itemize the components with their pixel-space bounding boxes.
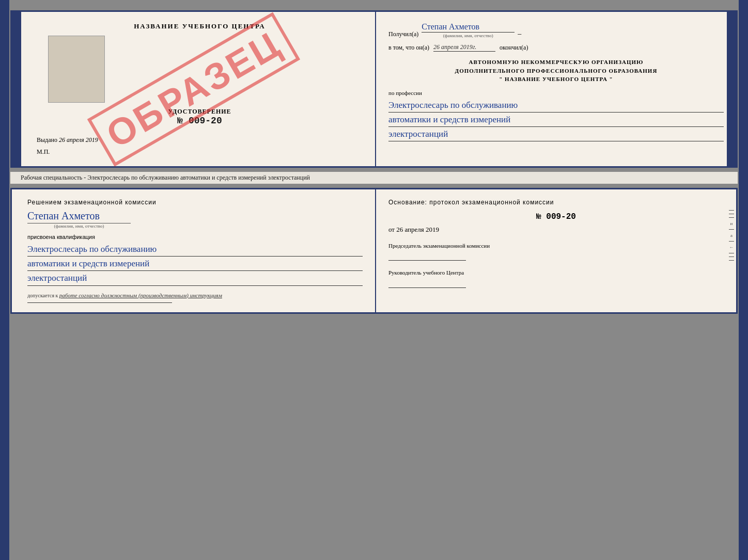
bdeco-dash8 — [729, 260, 734, 261]
received-name: Степан Ахметов — [422, 22, 515, 33]
received-line: Получил(а) Степан Ахметов (фамилия, имя,… — [388, 22, 724, 38]
vtom-line: в том, что он(а) 26 апреля 2019г. окончи… — [388, 43, 724, 52]
profession-line2: автоматики и средств измерений — [388, 113, 724, 127]
exam-name: Степан Ахметов — [27, 210, 363, 222]
proto-date-prefix: от — [388, 226, 395, 233]
bottom-doc-right: Основание: протокол экзаменационной коми… — [376, 189, 736, 312]
qual-line3: электростанций — [27, 271, 363, 285]
bdeco-dash6 — [729, 253, 734, 253]
cert-type-label: УДОСТОВЕРЕНИЕ — [37, 108, 363, 116]
bottom-document: Решением экзаменационной комиссии Степан… — [10, 188, 738, 314]
page-wrapper: НАЗВАНИЕ УЧЕБНОГО ЦЕНТРА УДОСТОВЕРЕНИЕ №… — [10, 10, 738, 314]
bdeco-dash4 — [729, 229, 734, 230]
bdeco-i: и — [730, 221, 733, 226]
bdeco-dash7 — [729, 257, 734, 257]
chairman-sig-line — [388, 260, 466, 261]
bdeco-dash2 — [729, 214, 734, 214]
qual-line1: Электрослесарь по обслуживанию — [27, 242, 363, 257]
присвоена-label: присвоена квалификация — [27, 234, 363, 240]
допускается-label: допускается к — [27, 293, 58, 298]
bdeco-a: а — [730, 233, 733, 238]
bdeco-arrow: ← — [729, 245, 734, 250]
vtom-content: в том, что он(а) 26 апреля 2019г. окончи… — [388, 43, 724, 52]
vtom-label: в том, что он(а) — [388, 44, 429, 52]
chairman-title: Председатель экзаменационной комиссии — [388, 242, 724, 250]
bottom-doc-left: Решением экзаменационной комиссии Степан… — [12, 189, 376, 312]
issued-label: Выдано — [37, 136, 57, 143]
bdeco-dash1 — [729, 210, 734, 211]
org-line2: ДОПОЛНИТЕЛЬНОГО ПРОФЕССИОНАЛЬНОГО ОБРАЗО… — [388, 67, 724, 75]
rukovoditel-sig-line — [388, 287, 466, 288]
received-label: Получил(а) — [388, 30, 418, 38]
rukovoditel-title: Руководитель учебного Центра — [388, 269, 724, 277]
profession-label: по профессии — [388, 90, 724, 96]
profession-line1: Электрослесарь по обслуживанию — [388, 98, 724, 113]
org-line3: " НАЗВАНИЕ УЧЕБНОГО ЦЕНТРА " — [388, 75, 724, 84]
org-line1: АВТОНОМНУЮ НЕКОММЕРЧЕСКУЮ ОРГАНИЗАЦИЮ — [388, 58, 724, 67]
issued-date: 26 апреля 2019 — [59, 136, 98, 143]
vtom-date: 26 апреля 2019г. — [433, 43, 495, 52]
допускается-block: допускается к работе согласно должностны… — [27, 292, 363, 298]
dash1: – — [518, 30, 521, 38]
org-block: АВТОНОМНУЮ НЕКОММЕРЧЕСКУЮ ОРГАНИЗАЦИЮ ДО… — [388, 58, 724, 84]
допускается-value: работе согласно должностным (производств… — [59, 292, 222, 298]
osnov-label: Основание: протокол экзаменационной коми… — [388, 199, 724, 206]
proto-number: № 009-20 — [388, 212, 724, 221]
rukovoditel-block: Руководитель учебного Центра — [388, 269, 724, 287]
sig-line-bottom-left — [27, 302, 172, 303]
cert-issued-line: Выдано 26 апреля 2019 — [37, 136, 363, 144]
proto-date-value: 26 апреля 2019 — [396, 226, 439, 233]
cert-type-block: УДОСТОВЕРЕНИЕ № 009-20 — [37, 108, 363, 126]
spine-right-bottom — [739, 0, 748, 560]
profession-line3: электростанций — [388, 127, 724, 141]
okonchil: окончил(а) — [500, 44, 528, 52]
side-marks-bottom: и а ← — [729, 210, 734, 261]
received-sublabel: (фамилия, имя, отчество) — [422, 33, 515, 38]
chairman-block: Председатель экзаменационной комиссии — [388, 242, 724, 261]
top-doc-left: НАЗВАНИЕ УЧЕБНОГО ЦЕНТРА УДОСТОВЕРЕНИЕ №… — [12, 12, 376, 166]
photo-area — [48, 36, 105, 103]
separator-text: Рабочая специальность - Электрослесарь п… — [10, 172, 738, 184]
exam-sub-label: (фамилия, имя, отчество) — [27, 223, 131, 229]
bdeco-dash3 — [729, 217, 734, 218]
top-document: НАЗВАНИЕ УЧЕБНОГО ЦЕНТРА УДОСТОВЕРЕНИЕ №… — [10, 10, 738, 168]
spine-left-bottom — [0, 0, 9, 560]
cert-school-title: НАЗВАНИЕ УЧЕБНОГО ЦЕНТРА — [37, 22, 363, 30]
commission-title: Решением экзаменационной комиссии — [27, 199, 363, 206]
bdeco-dash5 — [729, 241, 734, 242]
cert-number: № 009-20 — [37, 116, 363, 126]
mp-label: М.П. — [37, 148, 363, 156]
top-doc-right: Получил(а) Степан Ахметов (фамилия, имя,… — [376, 12, 736, 166]
proto-date: от 26 апреля 2019 — [388, 226, 724, 234]
spine-right — [727, 12, 736, 166]
qual-line2: автоматики и средств измерений — [27, 257, 363, 271]
